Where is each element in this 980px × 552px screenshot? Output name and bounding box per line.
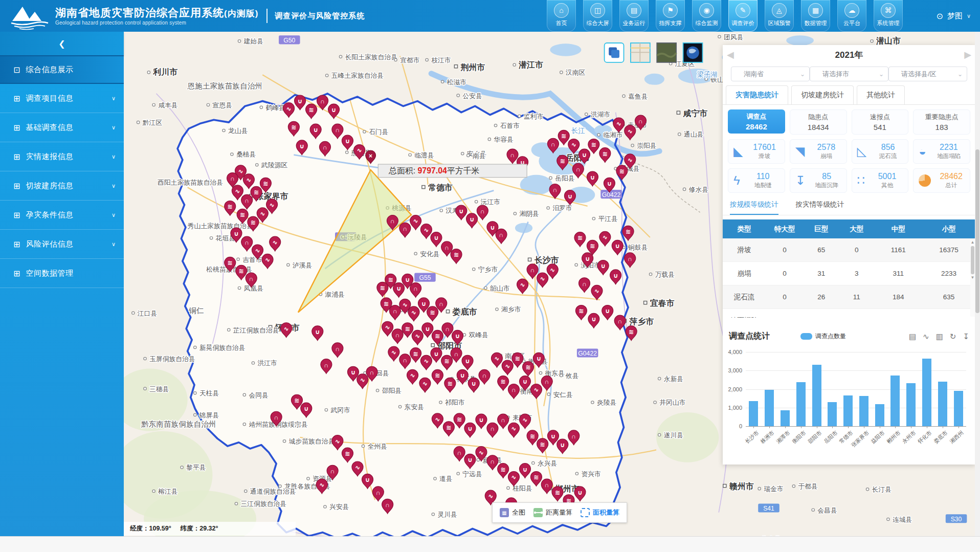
tab-2[interactable]: 切坡建房统计 <box>791 85 854 104</box>
hazard-value: 2231 <box>940 143 958 152</box>
tab-3[interactable]: 其他统计 <box>857 85 905 104</box>
summary-card-重要隐患点[interactable]: 重要隐患点183 <box>913 109 970 135</box>
summary-card-速报点[interactable]: 速报点541 <box>852 109 909 135</box>
basemap-satellite-button[interactable] <box>657 43 676 62</box>
bar[interactable] <box>781 410 790 426</box>
bar[interactable] <box>954 391 963 426</box>
scrollbar-thumb[interactable] <box>975 149 979 313</box>
bar[interactable] <box>812 365 821 426</box>
subtab-1[interactable]: 按规模等级统计 <box>730 200 778 215</box>
table-row[interactable]: 滑坡0650116116375 <box>723 238 975 262</box>
bars: 长沙市株洲市湘潭市衡阳市邵阳市岳阳市常德市张家界市益阳市郴州市永州市怀化市娄底市… <box>746 352 966 427</box>
scroll-down-icon[interactable]: ▼ <box>970 275 975 280</box>
window-scrollbar[interactable] <box>975 32 980 536</box>
svg-text:双峰县: 双峰县 <box>469 331 488 339</box>
hazard-label: 地裂缝 <box>754 182 772 189</box>
nav-item-home[interactable]: ⌂首页 <box>547 0 576 32</box>
user-name[interactable]: 梦图 <box>947 11 963 21</box>
nav-item-monitor[interactable]: ◉综合监测 <box>692 0 721 32</box>
region-select-2[interactable]: 请选择市⌄ <box>810 67 888 81</box>
hazard-card-地面沉降[interactable]: ↧85地面沉降 <box>790 168 847 193</box>
hazard-card-崩塌[interactable]: ◥2578崩塌 <box>790 139 847 164</box>
region-select-3[interactable]: 请选择县/区⌄ <box>888 67 967 81</box>
table-scrollbar[interactable]: ▲ ▼ <box>970 240 975 317</box>
area-button[interactable]: 面积量算 <box>581 508 619 517</box>
bar[interactable] <box>828 402 837 426</box>
map-label: 黔东南苗族侗族自治州 <box>141 420 216 428</box>
nav-item-survey[interactable]: ✎调查评价 <box>728 0 758 32</box>
bar[interactable] <box>938 382 947 426</box>
table-row[interactable]: 崩塌03133112233 <box>723 262 975 285</box>
table-row[interactable]: 泥石流02611184635 <box>723 285 975 309</box>
sidebar-item-7[interactable]: ⊞风险评估信息∨ <box>0 230 124 259</box>
nav-item-system[interactable]: ⌘系统管理 <box>874 0 903 32</box>
sidebar-item-3[interactable]: ⊞基础调查信息∨ <box>0 113 124 142</box>
bar[interactable] <box>749 401 758 426</box>
subtab-2[interactable]: 按灾情等级统计 <box>796 200 844 215</box>
svg-text:∩: ∩ <box>457 449 462 456</box>
eye-icon[interactable]: ⊙ <box>937 11 943 21</box>
map-label: 五峰土家族自治县 <box>325 72 384 79</box>
distance-button[interactable]: 距离量算 <box>533 508 572 517</box>
svg-text:∪: ∪ <box>479 416 484 424</box>
basemap-street-button[interactable] <box>631 43 650 62</box>
hazard-card-泥石流[interactable]: ◺856泥石流 <box>852 139 909 164</box>
region-select-1[interactable]: 湖南省⌄ <box>731 67 810 81</box>
sidebar-item-8[interactable]: ⊞空间数据管理 <box>0 259 124 288</box>
table-scroll-thumb[interactable] <box>971 246 974 274</box>
nav-item-cloud[interactable]: ☁云平台 <box>837 0 866 32</box>
chevron-down-icon[interactable]: ∨ <box>967 13 971 19</box>
bar[interactable] <box>859 396 868 426</box>
svg-text:∪: ∪ <box>467 425 473 432</box>
bar-chart-icon[interactable]: ▥ <box>936 332 943 341</box>
data-view-icon[interactable]: ▤ <box>909 332 916 341</box>
summary-card-隐患点[interactable]: 隐患点18434 <box>790 109 847 135</box>
x-tick <box>753 426 754 428</box>
bar-slot: 益阳市 <box>872 352 887 426</box>
sidebar-collapse-button[interactable]: ❮ <box>0 32 124 55</box>
svg-text:∩: ∩ <box>393 307 397 315</box>
year-prev-button[interactable]: ◀ <box>727 49 734 60</box>
bar[interactable] <box>906 383 916 426</box>
chart-legend[interactable]: 调查点数量 <box>800 332 846 341</box>
download-icon[interactable]: ↧ <box>963 332 969 341</box>
refresh-icon[interactable]: ↻ <box>950 332 956 341</box>
svg-text:≋: ≋ <box>294 397 299 404</box>
year-next-button[interactable]: ▶ <box>964 49 971 60</box>
hazard-card-地面塌陷[interactable]: ◒2231地面塌陷 <box>913 139 970 164</box>
sidebar-item-1[interactable]: ⊡综合信息展示 <box>0 55 124 84</box>
nav-item-dashboard[interactable]: ◫综合大屏 <box>583 0 612 32</box>
svg-text:黎平县: 黎平县 <box>186 463 206 471</box>
bar[interactable] <box>922 359 931 426</box>
hazard-card-滑坡[interactable]: ◣17601滑坡 <box>728 139 785 164</box>
bar[interactable] <box>765 390 774 426</box>
line-chart-icon[interactable]: ∿ <box>923 332 929 341</box>
hazard-card-地裂缝[interactable]: ϟ110地裂缝 <box>728 168 785 193</box>
nav-item-business[interactable]: ▤业务运行 <box>619 0 649 32</box>
svg-text:∩: ∩ <box>530 267 535 274</box>
bar[interactable] <box>796 382 806 426</box>
basemap-globe-button[interactable] <box>683 43 703 62</box>
basemap-layers-button[interactable] <box>605 43 624 62</box>
scroll-up-icon[interactable]: ▲ <box>970 240 975 245</box>
hazard-card-总计[interactable]: 28462总计 <box>913 168 970 193</box>
sidebar-item-5[interactable]: ⊞切坡建房信息∨ <box>0 171 124 201</box>
table-cell: 11 <box>839 293 874 301</box>
hazard-card-其他[interactable]: ∷5001其他 <box>852 168 909 193</box>
sidebar-item-4[interactable]: ⊞灾情速报信息∨ <box>0 142 124 171</box>
sidebar-item-2[interactable]: ⊞调查项目信息∨ <box>0 84 124 113</box>
table-row[interactable]: 地面塌陷07593951752 <box>723 309 975 318</box>
nav-item-command[interactable]: ⚑指挥支撑 <box>656 0 685 32</box>
table-cell: 地面塌陷 <box>723 316 766 318</box>
summary-card-调查点[interactable]: 调查点28462 <box>728 109 785 134</box>
x-tick-label: 邵阳市 <box>807 429 823 445</box>
bar[interactable] <box>875 404 884 426</box>
tab-1[interactable]: 灾害隐患统计 <box>726 85 788 104</box>
svg-text:∿: ∿ <box>246 176 251 184</box>
bar[interactable] <box>890 376 900 426</box>
nav-item-data[interactable]: ▦数据管理 <box>801 0 830 32</box>
overview-button[interactable]: ▦全图 <box>500 508 525 517</box>
nav-item-warning[interactable]: ◬区域预警 <box>765 0 794 32</box>
bar[interactable] <box>843 395 853 426</box>
sidebar-item-6[interactable]: ⊞孕灾条件信息∨ <box>0 201 124 230</box>
